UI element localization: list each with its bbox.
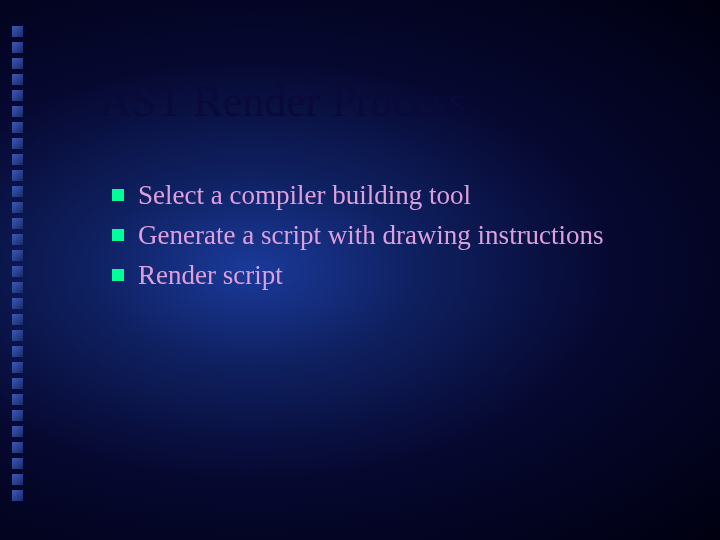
list-item: Select a compiler building tool: [112, 178, 604, 213]
decorative-square-icon: [12, 282, 23, 293]
decorative-square-icon: [12, 186, 23, 197]
decorative-square-icon: [12, 202, 23, 213]
decorative-square-icon: [12, 42, 23, 53]
decorative-square-icon: [12, 266, 23, 277]
decorative-square-icon: [12, 474, 23, 485]
decorative-square-icon: [12, 362, 23, 373]
decorative-square-icon: [12, 138, 23, 149]
decorative-square-icon: [12, 170, 23, 181]
square-bullet-icon: [112, 229, 124, 241]
decorative-square-icon: [12, 74, 23, 85]
list-item: Generate a script with drawing instructi…: [112, 218, 604, 253]
decorative-square-icon: [12, 410, 23, 421]
decorative-square-icon: [12, 122, 23, 133]
decorative-square-icon: [12, 298, 23, 309]
decorative-square-icon: [12, 314, 23, 325]
decorative-square-icon: [12, 346, 23, 357]
square-bullet-icon: [112, 269, 124, 281]
decorative-square-icon: [12, 106, 23, 117]
decorative-square-icon: [12, 234, 23, 245]
decorative-square-icon: [12, 154, 23, 165]
bullet-text: Select a compiler building tool: [138, 178, 471, 213]
bullet-list: Select a compiler building tool Generate…: [112, 178, 604, 298]
decorative-square-icon: [12, 458, 23, 469]
bullet-text: Render script: [138, 258, 283, 293]
square-bullet-icon: [112, 189, 124, 201]
decorative-square-icon: [12, 250, 23, 261]
list-item: Render script: [112, 258, 604, 293]
decorative-square-icon: [12, 26, 23, 37]
decorative-square-icon: [12, 490, 23, 501]
decorative-square-icon: [12, 394, 23, 405]
decorative-square-icon: [12, 218, 23, 229]
bullet-text: Generate a script with drawing instructi…: [138, 218, 604, 253]
decorative-square-icon: [12, 58, 23, 69]
decorative-square-icon: [12, 90, 23, 101]
slide-title: AST Render Process: [100, 76, 466, 127]
decorative-square-icon: [12, 442, 23, 453]
decorative-squares-column: [12, 26, 23, 501]
decorative-square-icon: [12, 378, 23, 389]
decorative-square-icon: [12, 426, 23, 437]
decorative-square-icon: [12, 330, 23, 341]
